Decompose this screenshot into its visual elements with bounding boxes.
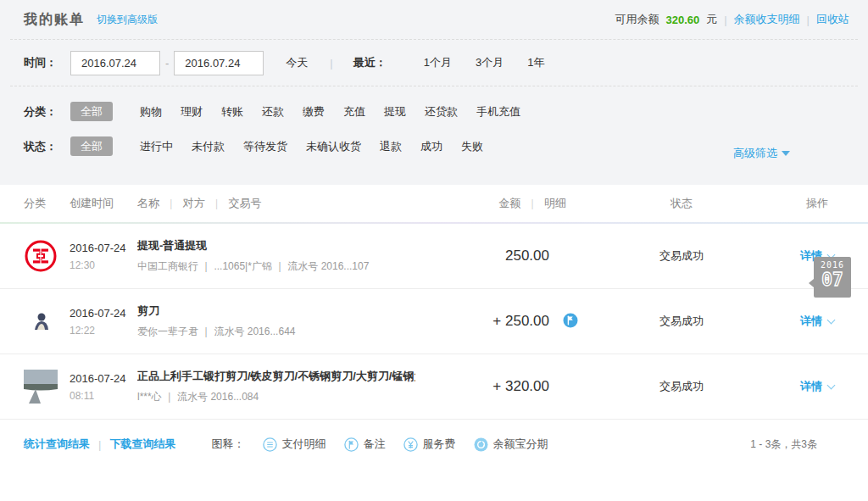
header-transaction-no: 交易号 xyxy=(229,197,262,209)
balance-unit: 元 xyxy=(706,12,717,27)
legend-text: 余额宝分期 xyxy=(492,437,548,452)
balance-detail-link[interactable]: 余额收支明细 xyxy=(734,12,800,27)
chevron-down-icon xyxy=(782,151,790,156)
row-date: 2016-07-24 xyxy=(70,372,137,385)
separator: | xyxy=(807,14,810,26)
stats-result-link[interactable]: 统计查询结果 xyxy=(24,437,90,452)
transactions-table: 分类 创建时间 名称｜对方｜交易号 金额｜明细 状态 操作 xyxy=(0,185,868,452)
header-name: 名称 xyxy=(137,197,159,209)
separator: | xyxy=(98,438,101,451)
bill-page: 我的账单 切换到高级版 可用余额 320.60 元 | 余额收支明细 | 回收站… xyxy=(0,0,868,501)
header-amount-group: 金额｜明细 xyxy=(422,196,597,211)
header-detail: 明细 xyxy=(544,197,566,209)
category-transfer[interactable]: 转账 xyxy=(221,104,243,120)
service-fee-icon xyxy=(403,437,418,452)
balance-label: 可用余额 xyxy=(615,12,659,27)
filter-1-year[interactable]: 1年 xyxy=(527,55,544,70)
filter-panel: 我的账单 切换到高级版 可用余额 320.60 元 | 余额收支明细 | 回收站… xyxy=(0,0,868,185)
balance-area: 可用余额 320.60 元 | 余额收支明细 | 回收站 xyxy=(615,12,849,27)
status-label: 状态： xyxy=(24,139,57,154)
legend-item: 服务费 xyxy=(403,437,455,452)
row-name: 剪刀 xyxy=(137,303,415,319)
switch-to-advanced-link[interactable]: 切换到高级版 xyxy=(97,13,158,27)
page-title: 我的账单 xyxy=(24,11,85,29)
row-amount: 250.00 xyxy=(505,248,549,264)
recycle-bin-link[interactable]: 回收站 xyxy=(816,12,849,27)
table-row: 2016-07-24 12:30 提现-普通提现 中国工商银行 ｜ ...106… xyxy=(0,224,868,289)
row-status: 交易成功 xyxy=(597,314,766,329)
table-footer: 统计查询结果 | 下载查询结果 图释： 支付明细 备注 xyxy=(0,437,868,452)
status-success[interactable]: 成功 xyxy=(420,139,442,154)
chevron-down-icon xyxy=(827,381,836,390)
icbc-bank-logo-icon xyxy=(24,239,70,273)
table-row: 2016-07-24 08:11 正品上利手工锻打剪刀/铁皮剪刀/不锈钢剪刀/大… xyxy=(0,354,868,420)
time-filter-row: 时间： - 今天 | 最近： 1个月 3个月 1年 xyxy=(0,40,868,86)
row-time: 12:22 xyxy=(70,325,137,337)
status-in-progress[interactable]: 进行中 xyxy=(140,139,173,154)
legend-label: 图释： xyxy=(211,437,244,452)
pagination-info: 1 - 3条，共3条 xyxy=(750,437,817,452)
category-loan-repay[interactable]: 还贷款 xyxy=(425,104,458,120)
status-all-button[interactable]: 全部 xyxy=(70,136,113,156)
header-category: 分类 xyxy=(24,196,70,211)
row-name: 提现-普通提现 xyxy=(137,238,415,253)
category-withdraw[interactable]: 提现 xyxy=(384,104,406,120)
note-flag-icon[interactable] xyxy=(563,318,578,331)
chevron-down-icon xyxy=(827,316,836,325)
date-from-input[interactable] xyxy=(70,51,160,75)
filters-body: 分类： 全部 购物 理财 转账 还款 缴费 充值 提现 还贷款 手机充值 状态：… xyxy=(0,86,868,185)
row-time: 08:11 xyxy=(70,390,137,402)
badge-month: 07 xyxy=(814,271,851,289)
separator: | xyxy=(330,57,332,70)
advanced-filter-label: 高级筛选 xyxy=(733,147,777,159)
status-awaiting-shipment[interactable]: 等待发货 xyxy=(243,139,287,154)
category-wealth[interactable]: 理财 xyxy=(181,104,203,120)
category-shopping[interactable]: 购物 xyxy=(140,104,162,120)
status-unpaid[interactable]: 未付款 xyxy=(192,139,225,154)
legend-text: 服务费 xyxy=(422,437,455,452)
badge-year: 2016 xyxy=(814,257,851,270)
detail-link[interactable]: 详情 xyxy=(800,315,834,327)
table-row: 2016-07-24 12:22 剪刀 爱你一辈子君 ｜ 流水号 2016...… xyxy=(0,289,868,354)
legend-text: 支付明细 xyxy=(281,437,326,452)
table-header: 分类 创建时间 名称｜对方｜交易号 金额｜明细 状态 操作 xyxy=(0,185,868,222)
filter-today[interactable]: 今天 xyxy=(286,55,308,70)
payment-detail-icon xyxy=(263,437,277,452)
category-all-button[interactable]: 全部 xyxy=(70,102,113,121)
advanced-filter-link[interactable]: 高级筛选 xyxy=(733,146,790,161)
row-time: 12:30 xyxy=(70,259,137,271)
detail-link[interactable]: 详情 xyxy=(800,380,834,392)
separator: | xyxy=(724,14,726,26)
filter-3-months[interactable]: 3个月 xyxy=(476,55,504,70)
time-label: 时间： xyxy=(24,55,57,70)
category-mobile-topup[interactable]: 手机充值 xyxy=(476,104,520,120)
row-subtext: 爱你一辈子君 ｜ 流水号 2016...644 xyxy=(137,325,415,339)
header-divider xyxy=(0,222,868,224)
recent-label: 最近： xyxy=(353,55,387,70)
category-repayment[interactable]: 还款 xyxy=(262,104,284,120)
row-amount: + 320.00 xyxy=(492,378,549,394)
header-action: 操作 xyxy=(766,196,868,211)
status-refund[interactable]: 退款 xyxy=(380,139,402,154)
seller-avatar xyxy=(24,370,70,404)
separator: ｜ xyxy=(166,198,176,209)
legend-text: 备注 xyxy=(363,437,385,452)
date-to-input[interactable] xyxy=(174,51,264,75)
row-amount: + 250.00 xyxy=(492,313,549,329)
row-date: 2016-07-24 xyxy=(70,307,137,320)
separator: ｜ xyxy=(527,198,537,209)
header-counterparty: 对方 xyxy=(183,197,205,209)
status-unconfirmed-receipt[interactable]: 未确认收货 xyxy=(306,139,361,154)
row-status: 交易成功 xyxy=(597,379,766,394)
category-topup[interactable]: 充值 xyxy=(343,104,365,120)
download-result-link[interactable]: 下载查询结果 xyxy=(109,437,175,452)
balance-value: 320.60 xyxy=(665,14,699,26)
legend-item: 备注 xyxy=(344,437,385,452)
row-subtext: 中国工商银行 ｜ ...1065|*广锦 ｜ 流水号 2016...107 xyxy=(137,259,415,274)
category-utility[interactable]: 缴费 xyxy=(303,104,325,120)
status-failed[interactable]: 失败 xyxy=(461,139,483,154)
topbar: 我的账单 切换到高级版 可用余额 320.60 元 | 余额收支明细 | 回收站 xyxy=(0,0,868,39)
yuebao-installment-icon xyxy=(474,437,488,452)
filter-1-month[interactable]: 1个月 xyxy=(424,55,452,70)
header-created-time: 创建时间 xyxy=(70,196,137,211)
